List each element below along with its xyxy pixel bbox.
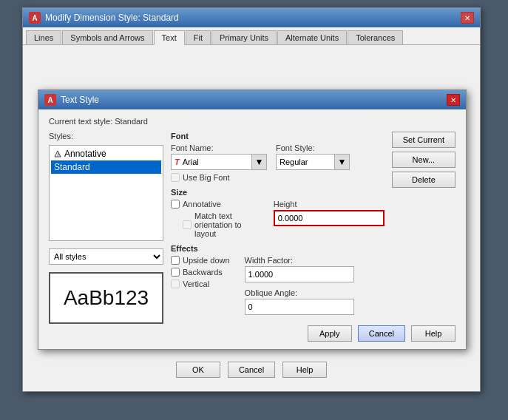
font-section: Font Font Name: T Arial [171,132,385,182]
oblique-angle-label: Oblique Angle: [245,288,354,297]
styles-label: Styles: [49,132,163,140]
left-panel: Styles: A Annotative [49,132,163,342]
current-style-label: Current text style: Standard [49,117,455,126]
inner-autocad-icon: A [44,94,56,106]
width-factor-label: Width Factor: [245,256,354,265]
autocad-icon: A [29,12,41,24]
width-factor-group: Width Factor: [245,256,354,282]
use-big-font-checkbox[interactable] [171,173,180,182]
outer-titlebar-left: A Modify Dimension Style: Standard [29,12,179,24]
styles-list: A Annotative Standard [49,145,163,241]
inner-titlebar-left: A Text Style [44,94,109,106]
inner-dialog-title: Text Style [61,95,99,105]
outer-titlebar: A Modify Dimension Style: Standard ✕ [23,8,480,27]
right-panel: Font Font Name: T Arial [171,132,455,342]
outer-ok-button[interactable]: OK [176,362,220,378]
outer-content: A Text Style ✕ Current text style: Stand… [23,45,480,391]
main-area: Styles: A Annotative [49,132,455,342]
outer-dialog-title: Modify Dimension Style: Standard [45,13,179,23]
tab-tolerances[interactable]: Tolerances [348,30,403,44]
font-style-combo[interactable]: Regular ▼ [276,154,350,170]
tab-lines[interactable]: Lines [26,30,61,44]
oblique-angle-group: Oblique Angle: [245,288,354,315]
use-big-font-label: Use Big Font [183,173,230,182]
tab-fit[interactable]: Fit [186,30,211,44]
styles-dropdown-wrapper: All styles [49,248,163,265]
annotative-label: Annotative [183,200,221,209]
width-factor-input[interactable] [245,266,354,282]
vertical-checkbox[interactable] [171,280,180,288]
content-row: Font Font Name: T Arial [171,132,455,315]
font-name-row: Font Name: T Arial ▼ [171,143,385,170]
font-name-value: Arial [183,158,199,166]
upside-down-row: Upside down [171,256,230,265]
font-style-group: Font Style: Regular ▼ [276,143,350,170]
set-current-button[interactable]: Set Current [392,132,455,148]
preview-text: AaBb123 [64,286,149,310]
inner-dialog: A Text Style ✕ Current text style: Stand… [38,89,467,350]
height-label: Height [274,200,385,209]
preview-box: AaBb123 [49,272,163,324]
size-section: Size Annotative [171,188,385,238]
inner-body: Current text style: Standard Styles: A [38,109,466,349]
effects-left: Upside down Backwards [171,256,230,315]
backwards-row: Backwards [171,268,230,277]
outer-bottom-bar: OK Cancel Help [23,356,480,385]
font-group-title: Font [171,132,385,140]
tab-alternate-units[interactable]: Alternate Units [277,30,347,44]
font-style-label: Font Style: [276,143,350,152]
match-orientation-row: Match text orientation to layout [183,211,262,238]
size-group-title: Size [171,188,385,197]
inner-titlebar: A Text Style ✕ [38,90,466,109]
style-item-annotative[interactable]: A Annotative [51,147,161,160]
tab-text[interactable]: Text [154,30,185,45]
upside-down-checkbox[interactable] [171,256,180,265]
top-right-buttons: Set Current New... Delete [392,132,455,315]
height-input[interactable] [274,210,385,226]
inner-cancel-button[interactable]: Cancel [358,325,405,342]
font-style-arrow[interactable]: ▼ [334,155,349,169]
backwards-checkbox[interactable] [171,268,180,277]
tab-bar: Lines Symbols and Arrows Text Fit Primar… [23,27,480,45]
size-row: Annotative Match text orientation to lay… [171,200,385,238]
backwards-label: Backwards [183,268,223,277]
effects-right: Width Factor: Oblique Angle: [245,256,354,315]
font-style-value: Regular [280,158,308,166]
right-forms: Font Font Name: T Arial [171,132,385,315]
inner-help-button[interactable]: Help [411,325,455,342]
effects-group-title: Effects [171,244,385,253]
use-big-font-row: Use Big Font [171,173,385,182]
annotative-icon: A [54,150,61,158]
effects-row: Upside down Backwards [171,256,385,315]
upside-down-label: Upside down [183,256,230,265]
size-checkboxes: Annotative Match text orientation to lay… [171,200,262,238]
new-button[interactable]: New... [392,152,455,168]
vertical-label: Vertical [183,280,209,288]
outer-help-button[interactable]: Help [282,362,327,378]
effects-section: Effects Upside down [171,244,385,315]
annotative-row: Annotative [171,200,262,209]
tab-primary-units[interactable]: Primary Units [211,30,277,44]
outer-close-button[interactable]: ✕ [461,12,474,24]
font-icon: T [175,158,180,166]
apply-button[interactable]: Apply [308,325,352,342]
annotative-checkbox[interactable] [171,200,180,209]
font-name-group: Font Name: T Arial ▼ [171,143,267,170]
font-name-arrow[interactable]: ▼ [251,155,266,169]
font-name-label: Font Name: [171,143,267,152]
match-orientation-label: Match text orientation to layout [194,211,262,238]
tab-symbols-arrows[interactable]: Symbols and Arrows [62,30,152,44]
outer-dialog: A Modify Dimension Style: Standard ✕ Lin… [22,7,481,392]
outer-cancel-button[interactable]: Cancel [228,362,275,378]
delete-button[interactable]: Delete [392,172,455,188]
vertical-row: Vertical [171,280,230,288]
match-orientation-checkbox[interactable] [183,220,192,229]
height-group: Height [274,200,385,226]
inner-close-button[interactable]: ✕ [447,94,460,106]
inner-buttons: Apply Cancel Help [171,325,455,342]
font-name-combo[interactable]: T Arial ▼ [171,154,267,170]
style-item-standard[interactable]: Standard [51,160,161,174]
all-styles-dropdown[interactable]: All styles [49,248,163,265]
oblique-angle-input[interactable] [245,299,354,315]
